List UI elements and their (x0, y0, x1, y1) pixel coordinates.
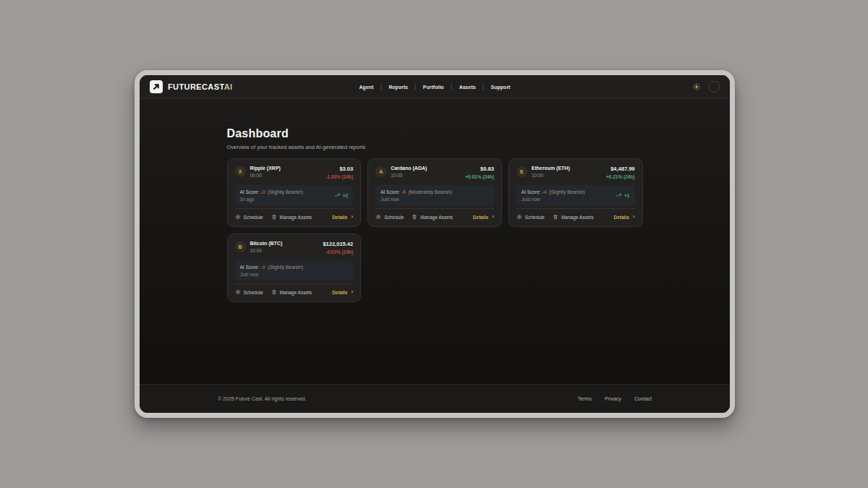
page-subtitle: Overview of your tracked assets and AI-g… (227, 144, 643, 150)
asset-price: $3.03 (326, 166, 353, 172)
ai-score-age: Just now (522, 197, 585, 202)
asset-name: Ripple (XRP) (250, 166, 281, 171)
theme-toggle-button[interactable] (693, 83, 700, 90)
ai-score-label: AI Score: (240, 265, 260, 270)
asset-price: $0.83 (465, 166, 494, 172)
asset-name: Ethereum (ETH) (532, 166, 570, 171)
card-actions: Schedule Manage Assets Details› (375, 208, 494, 220)
asset-change: +0.01% (24h) (465, 174, 494, 179)
ai-score-age: 1h ago (240, 197, 304, 202)
ai-score-label: AI Score: (240, 189, 260, 194)
chevron-right-icon: › (351, 215, 353, 219)
schedule-button[interactable]: Schedule (516, 214, 545, 220)
asset-card-cardano: A Cardano (ADA) 10:00 $0.83 +0.01% (24h) (367, 158, 502, 227)
ai-score-value: -6 (401, 189, 406, 194)
app-footer: © 2025 Future Cast. All rights reserved.… (140, 384, 730, 413)
ai-score-value: -3 (260, 265, 265, 270)
gear-icon (235, 289, 241, 295)
nav-item-portfolio[interactable]: Portfolio (423, 85, 444, 90)
gear-icon (516, 214, 522, 220)
brand[interactable]: FUTURECASTAI (150, 80, 233, 93)
gear-icon (235, 214, 241, 220)
details-button[interactable]: Details› (473, 215, 494, 220)
manage-assets-button[interactable]: Manage Assets (271, 214, 312, 220)
sun-icon (693, 83, 700, 90)
chevron-right-icon: › (492, 215, 494, 219)
asset-time: 10:00 (391, 173, 427, 178)
nav-item-assets[interactable]: Assets (459, 85, 476, 90)
nav-item-agent[interactable]: Agent (359, 85, 374, 90)
asset-name: Bitcoin (BTC) (250, 241, 283, 246)
asset-card-bitcoin: B Bitcoin (BTC) 10:00 $122,015.42 -0.01%… (227, 234, 362, 302)
footer-links: Terms Privacy Contact (578, 396, 652, 401)
asset-card-ethereum: E Ethereum (ETH) 10:00 $4,487.99 +0.21% … (509, 158, 643, 227)
manage-assets-button[interactable]: Manage Assets (553, 214, 593, 220)
asset-change: -1.93% (24h) (326, 174, 353, 179)
main-nav: Agent Reports Portfolio Assets Support (359, 75, 511, 98)
ai-score-age: Just now (380, 197, 452, 202)
nav-item-reports[interactable]: Reports (388, 85, 407, 90)
footer-link-terms[interactable]: Terms (578, 396, 592, 401)
gear-icon (375, 214, 381, 220)
brand-name: FUTURECASTAI (168, 82, 233, 91)
ai-sentiment: (Slightly Bearish) (268, 265, 303, 270)
ai-score-age: Just now (240, 272, 304, 277)
page-title: Dashboard (227, 127, 643, 140)
ai-score-box: AI Score:-3(Slightly Bearish) Just now (235, 260, 354, 281)
details-button[interactable]: Details› (332, 290, 353, 295)
ai-score-value: -4 (542, 189, 547, 194)
asset-price: $122,015.42 (323, 241, 353, 247)
ai-score-box: AI Score:-6(Moderately Bearish) Just now (375, 185, 494, 205)
asset-name: Cardano (ADA) (391, 166, 427, 171)
asset-card-ripple: X Ripple (XRP) 09:00 $3.03 -1.93% (24h) (227, 158, 362, 227)
asset-initial-badge: E (516, 166, 527, 177)
card-actions: Schedule Manage Assets Details› (235, 208, 354, 220)
asset-time: 10:00 (250, 248, 283, 253)
asset-price: $4,487.99 (606, 166, 635, 172)
manage-assets-button[interactable]: Manage Assets (412, 214, 452, 220)
asset-cards-grid: X Ripple (XRP) 09:00 $3.03 -1.93% (24h) (227, 158, 643, 302)
trend-badge: +1 (616, 192, 629, 199)
app-logo-icon (150, 80, 163, 93)
chevron-right-icon: › (351, 290, 353, 294)
asset-change: +0.21% (24h) (606, 174, 635, 179)
ai-sentiment: (Slightly Bearish) (268, 189, 303, 194)
schedule-button[interactable]: Schedule (235, 289, 263, 295)
asset-time: 10:00 (532, 173, 570, 178)
asset-initial-badge: B (235, 241, 246, 252)
chevron-right-icon: › (633, 215, 635, 219)
manage-assets-button[interactable]: Manage Assets (271, 289, 312, 295)
trash-icon (271, 289, 277, 295)
details-button[interactable]: Details› (332, 215, 353, 220)
copyright-text: © 2025 Future Cast. All rights reserved. (218, 396, 307, 401)
footer-link-contact[interactable]: Contact (634, 396, 652, 401)
user-avatar[interactable] (708, 81, 720, 93)
trash-icon (271, 214, 277, 220)
footer-link-privacy[interactable]: Privacy (605, 396, 621, 401)
trash-icon (412, 214, 417, 220)
app-window: FUTURECASTAI Agent Reports Portfolio Ass… (135, 70, 735, 418)
main-content: Dashboard Overview of your tracked asset… (140, 99, 730, 384)
app-header: FUTURECASTAI Agent Reports Portfolio Ass… (140, 75, 730, 99)
trend-up-icon (334, 192, 341, 199)
card-actions: Schedule Manage Assets Details› (235, 283, 354, 295)
details-button[interactable]: Details› (614, 215, 635, 220)
asset-time: 09:00 (250, 173, 281, 178)
ai-sentiment: (Moderately Bearish) (409, 189, 452, 194)
schedule-button[interactable]: Schedule (235, 214, 263, 220)
trash-icon (553, 214, 558, 220)
asset-initial-badge: X (235, 166, 246, 177)
asset-change: -0.01% (24h) (323, 249, 353, 254)
nav-item-support[interactable]: Support (491, 85, 511, 90)
ai-score-value: -3 (260, 189, 265, 194)
ai-sentiment: (Slightly Bearish) (549, 189, 584, 194)
trend-up-icon (616, 192, 622, 199)
schedule-button[interactable]: Schedule (375, 214, 404, 220)
ai-score-label: AI Score: (380, 189, 400, 194)
ai-score-box: AI Score:-3(Slightly Bearish) 1h ago +2 (235, 185, 354, 205)
asset-initial-badge: A (375, 166, 386, 177)
card-actions: Schedule Manage Assets Details› (516, 208, 635, 220)
ai-score-label: AI Score: (522, 189, 541, 194)
ai-score-box: AI Score:-4(Slightly Bearish) Just now +… (516, 185, 635, 205)
trend-badge: +2 (334, 192, 348, 199)
